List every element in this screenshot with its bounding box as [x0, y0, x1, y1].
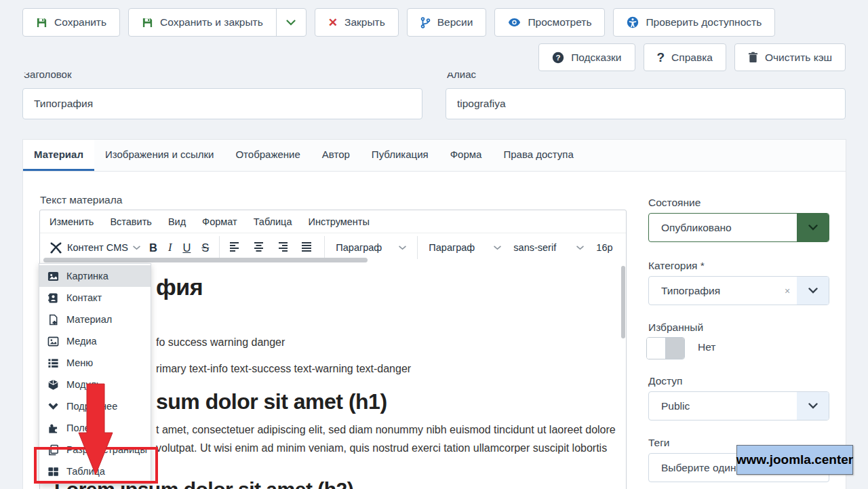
- block-format-select[interactable]: Параграф: [330, 242, 412, 253]
- menu-table[interactable]: Таблица: [254, 216, 292, 227]
- underline-button[interactable]: U: [177, 241, 196, 254]
- menu-item-media[interactable]: Медиа: [39, 330, 151, 352]
- help-button[interactable]: ? Справка: [644, 43, 726, 71]
- access-select[interactable]: Public: [648, 391, 829, 420]
- tab-author[interactable]: Автор: [311, 140, 361, 171]
- status-dropdown-button[interactable]: [797, 214, 829, 241]
- title-label: Заголовок: [24, 73, 72, 81]
- tab-publishing[interactable]: Публикация: [361, 140, 439, 171]
- chevron-down-icon: [576, 246, 584, 250]
- chevron-down-icon: [808, 288, 818, 294]
- align-right-button[interactable]: [272, 241, 296, 254]
- question-circle-icon: ?: [552, 52, 564, 64]
- content-h1-lorem: sum dolor sit amet (h1): [156, 389, 387, 414]
- category-dropdown-button[interactable]: [797, 277, 829, 305]
- menu-insert[interactable]: Вставить: [110, 216, 151, 227]
- alias-input[interactable]: [446, 88, 846, 119]
- font-size-select[interactable]: 16p: [590, 242, 618, 253]
- title-input[interactable]: [22, 88, 422, 119]
- tags-label: Теги: [648, 437, 670, 449]
- menu-item-menu[interactable]: Меню: [39, 352, 151, 374]
- align-left-button[interactable]: [224, 241, 248, 254]
- access-dropdown-button[interactable]: [797, 392, 829, 420]
- menu-edit[interactable]: Изменить: [50, 216, 94, 227]
- tab-material[interactable]: Материал: [23, 140, 94, 171]
- cms-content-dropdown[interactable]: Контент CMS: [46, 241, 144, 254]
- preview-button[interactable]: Просмотреть: [494, 8, 605, 37]
- align-justify-button[interactable]: [296, 241, 319, 254]
- universal-access-icon: [627, 16, 639, 28]
- toolbar-horizontal-scrollbar[interactable]: [43, 258, 368, 262]
- category-select[interactable]: Типография×: [648, 276, 829, 305]
- editor-label: Текст материала: [40, 194, 122, 206]
- close-button[interactable]: ✕ Закрыть: [315, 8, 399, 37]
- menu-view[interactable]: Вид: [168, 216, 186, 227]
- status-label: Состояние: [648, 197, 701, 209]
- bold-button[interactable]: B: [144, 241, 163, 254]
- toggle-off-half: [647, 338, 665, 359]
- contact-icon: [47, 292, 59, 304]
- menu-item-article[interactable]: Материал: [39, 309, 151, 330]
- menu-item-image[interactable]: Картинка: [39, 265, 151, 287]
- align-left-icon: [230, 241, 243, 252]
- clear-cache-label: Очистить кэш: [765, 52, 832, 64]
- watermark-badge: www.joomla.center: [736, 445, 853, 475]
- save-close-button[interactable]: Сохранить и закрыть: [129, 9, 276, 36]
- category-label: Категория *: [648, 260, 705, 272]
- versions-label: Версии: [437, 16, 473, 28]
- featured-toggle[interactable]: [646, 337, 685, 359]
- menu-item-contact[interactable]: Контакт: [39, 287, 151, 309]
- tab-form[interactable]: Форма: [439, 140, 493, 171]
- save-icon: [142, 17, 153, 28]
- toolbar-divider: [219, 236, 220, 259]
- save-close-label: Сохранить и закрыть: [160, 16, 263, 28]
- watermark-text: www.joomla.center: [736, 452, 853, 467]
- toolbar-divider: [324, 236, 325, 259]
- align-right-icon: [277, 241, 290, 252]
- tab-display[interactable]: Отображение: [224, 140, 311, 171]
- clear-cache-button[interactable]: Очистить кэш: [734, 43, 846, 71]
- toolbar-divider: [417, 236, 418, 259]
- chevron-down-icon: [808, 224, 818, 231]
- versions-button[interactable]: Версии: [407, 8, 487, 37]
- align-center-button[interactable]: [248, 241, 272, 254]
- access-value: Public: [649, 392, 797, 420]
- strikethrough-button[interactable]: S: [196, 241, 214, 254]
- eye-icon: [508, 18, 521, 27]
- paragraph-style-select[interactable]: Параграф: [422, 242, 507, 253]
- save-options-dropdown-button[interactable]: [276, 9, 306, 36]
- alias-label: Алиас: [447, 73, 476, 81]
- access-label: Доступ: [648, 375, 682, 387]
- save-icon: [36, 17, 47, 28]
- status-value: Опубликовано: [649, 214, 797, 241]
- question-icon: ?: [657, 50, 665, 65]
- content-paragraph-line1: t amet, consectetuer adipiscing elit, se…: [156, 424, 616, 436]
- italic-button[interactable]: I: [163, 241, 178, 254]
- save-button[interactable]: Сохранить: [22, 8, 120, 37]
- menu-format[interactable]: Формат: [202, 216, 237, 227]
- editor-menubar: Изменить Вставить Вид Формат Таблица Инс…: [40, 210, 626, 233]
- accessibility-check-button[interactable]: Проверить доступность: [613, 8, 775, 37]
- font-family-select[interactable]: sans-serif: [507, 242, 590, 253]
- hints-button[interactable]: ? Подсказки: [538, 43, 635, 71]
- media-icon: [47, 336, 59, 347]
- featured-value: Нет: [698, 341, 715, 353]
- status-select[interactable]: Опубликовано: [648, 213, 829, 242]
- joomla-article-editor: Сохранить Сохранить и закрыть ✕ Закрыть …: [0, 0, 868, 489]
- accessibility-check-label: Проверить доступность: [646, 16, 762, 28]
- close-label: Закрыть: [344, 16, 385, 28]
- help-label: Справка: [671, 52, 713, 64]
- align-center-icon: [254, 241, 267, 252]
- tab-images-links[interactable]: Изображения и ссылки: [94, 140, 224, 171]
- chevron-down-icon: [494, 246, 501, 250]
- close-x-icon: ✕: [328, 16, 338, 30]
- menu-list-icon: [47, 357, 59, 369]
- hints-label: Подсказки: [571, 52, 621, 64]
- tab-permissions[interactable]: Права доступа: [492, 140, 584, 171]
- save-label: Сохранить: [54, 16, 106, 28]
- preview-label: Просмотреть: [528, 16, 591, 28]
- editor-vertical-scrollbar[interactable]: [621, 266, 625, 338]
- remove-category-icon[interactable]: ×: [785, 286, 790, 296]
- menu-tools[interactable]: Инструменты: [308, 216, 369, 227]
- field-puzzle-icon: [47, 423, 59, 434]
